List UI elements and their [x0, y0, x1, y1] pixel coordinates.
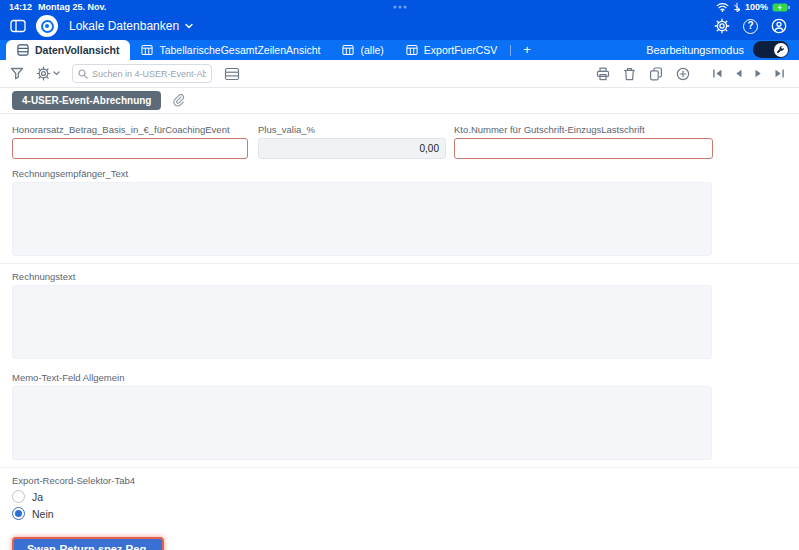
database-menu[interactable]: Lokale Datenbanken [69, 19, 193, 33]
attachment-paperclip-icon[interactable] [172, 94, 185, 107]
table-view-icon [342, 44, 354, 56]
field-label-kto-nummer: Kto.Nummer für Gutschrift-EinzugsLastsch… [454, 124, 713, 135]
database-title: Lokale Datenbanken [69, 19, 179, 33]
radio-nein-label: Nein [32, 508, 54, 520]
rechnungstext-textarea[interactable] [12, 285, 712, 359]
record-navigation [712, 68, 785, 79]
bluetooth-icon [733, 2, 741, 13]
view-options-button[interactable] [36, 66, 60, 81]
table-view-icon [406, 44, 418, 56]
wifi-icon [716, 2, 729, 12]
help-icon[interactable]: ? [743, 19, 758, 34]
record-header-row: 4-USER-Event-Abrechnung [0, 88, 799, 114]
tab-alle[interactable]: (alle) [331, 40, 394, 60]
next-record-icon[interactable] [754, 68, 763, 79]
app-bar: Lokale Datenbanken ? [0, 14, 799, 40]
delete-icon[interactable] [623, 67, 636, 81]
edit-mode-label: Bearbeitungsmodus [646, 44, 744, 56]
add-view-button[interactable]: + [513, 40, 543, 60]
search-icon [78, 69, 88, 79]
memo-textarea[interactable] [12, 386, 712, 460]
clock: 14:12 [9, 2, 32, 12]
add-record-icon[interactable] [676, 67, 690, 81]
duplicate-icon[interactable] [649, 67, 663, 81]
wrench-icon [774, 43, 788, 57]
battery-icon [772, 3, 790, 12]
tab-separator [510, 45, 511, 56]
record-form: Honorarsatz_Betrag_Basis_in_€_fürCoachin… [0, 114, 799, 550]
print-icon[interactable] [596, 67, 610, 81]
field-label-rechnungstext: Rechnungstext [12, 271, 799, 282]
battery-percent: 100% [745, 2, 768, 12]
gear-icon [36, 66, 51, 81]
filter-icon[interactable] [10, 67, 24, 80]
plus-valia-input[interactable] [258, 138, 446, 159]
multitasking-dots-icon [393, 6, 406, 9]
settings-gear-icon[interactable] [714, 18, 730, 34]
account-icon[interactable] [771, 18, 787, 34]
sidebar-toggle-icon[interactable] [10, 19, 26, 33]
table-view-icon [141, 44, 153, 56]
search-box [72, 64, 212, 83]
tab-datenvollansicht[interactable]: DatenVollansicht [6, 40, 130, 60]
chevron-down-icon [53, 71, 60, 76]
tab-exportfuercsv[interactable]: ExportFuerCSV [395, 40, 509, 60]
rechnungsempfaenger-textarea[interactable] [12, 182, 712, 256]
divider [0, 263, 799, 264]
chevron-down-icon [185, 23, 193, 29]
first-record-icon[interactable] [712, 68, 723, 79]
radio-ja[interactable] [12, 490, 25, 503]
record-toolbar [0, 60, 799, 88]
field-label-export-selektor: Export-Record-Selektor-Tab4 [12, 475, 799, 486]
field-label-honorarsatz: Honorarsatz_Betrag_Basis_in_€_fürCoachin… [12, 124, 248, 135]
tab-tabellarische-ansicht[interactable]: TabellarischeGesamtZeilenAnsicht [130, 40, 331, 60]
ninox-logo-icon[interactable] [36, 15, 58, 37]
field-label-plus-valia: Plus_valia_% [258, 124, 446, 135]
search-input[interactable] [92, 69, 206, 79]
swap-return-button[interactable]: Swap-Return spez.Reg. [12, 537, 164, 550]
row-layout-icon[interactable] [224, 67, 240, 81]
edit-mode-toggle[interactable] [753, 41, 789, 58]
previous-record-icon[interactable] [734, 68, 743, 79]
field-label-memo: Memo-Text-Feld Allgemein [12, 372, 799, 383]
view-tab-bar: DatenVollansicht TabellarischeGesamtZeil… [0, 40, 799, 60]
last-record-icon[interactable] [774, 68, 785, 79]
app-window: 14:12 Montag 25. Nov. 100% [0, 0, 799, 550]
table-name-badge[interactable]: 4-USER-Event-Abrechnung [12, 91, 161, 110]
radio-ja-label: Ja [32, 491, 43, 503]
date: Montag 25. Nov. [38, 2, 106, 12]
kto-nummer-input[interactable] [454, 138, 713, 159]
divider [0, 467, 799, 468]
honorarsatz-input[interactable] [12, 138, 248, 159]
form-view-icon [17, 44, 29, 56]
status-bar: 14:12 Montag 25. Nov. 100% [0, 0, 799, 14]
radio-nein[interactable] [12, 507, 25, 520]
field-label-rechnungsempfaenger: Rechnungsempfänger_Text [12, 168, 799, 179]
